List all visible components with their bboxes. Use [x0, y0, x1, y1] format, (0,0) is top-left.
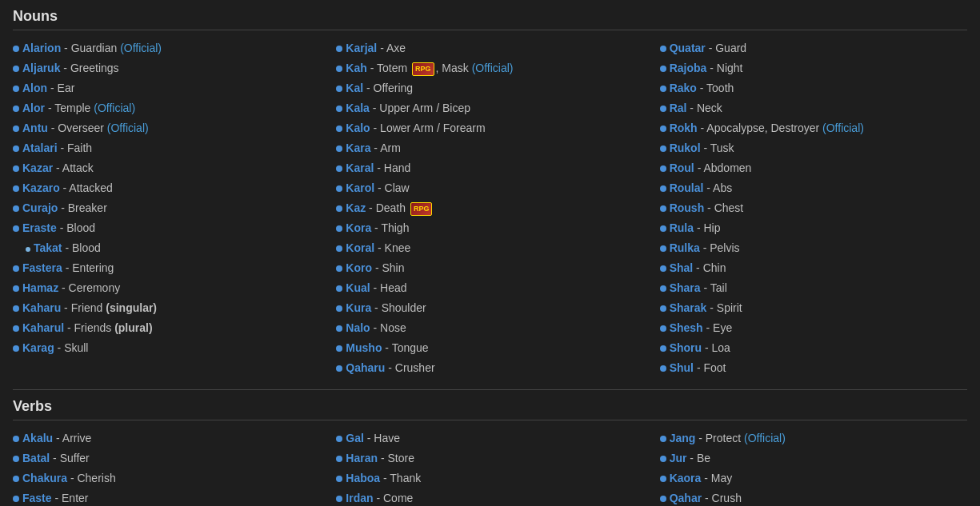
- bullet-icon: [13, 285, 19, 292]
- word-content: Aljaruk - Greetings: [22, 60, 119, 77]
- bullet-icon: [13, 205, 19, 212]
- list-item: Kala - Upper Arm / Bicep: [336, 98, 643, 118]
- list-item: Shara - Tail: [660, 278, 967, 298]
- bullet-icon: [336, 305, 342, 312]
- column-2: Jang - Protect (Official)Jur - BeKaora -…: [660, 428, 967, 506]
- word-term: Sharak: [670, 301, 707, 314]
- official-link[interactable]: (Official): [822, 122, 864, 134]
- word-term: Rula: [670, 221, 694, 234]
- word-content: Haboa - Thank: [346, 470, 421, 487]
- word-definition: - Apocalypse, Destroyer: [698, 122, 822, 134]
- word-definition: - Thank: [380, 472, 421, 484]
- word-definition: - Attack: [53, 161, 94, 174]
- word-term: Qaharu: [346, 361, 385, 374]
- word-term: Haran: [346, 452, 378, 464]
- bullet-icon: [13, 46, 19, 52]
- official-link[interactable]: (Official): [120, 42, 162, 54]
- word-content: Irdan - Come: [346, 490, 413, 506]
- rpg-badge: RPG: [410, 202, 433, 217]
- word-definition: - Ear: [47, 82, 74, 94]
- word-content: Haran - Store: [346, 450, 414, 467]
- list-item: Qahar - Crush: [660, 488, 967, 506]
- word-term: Musho: [346, 341, 382, 354]
- word-term: Koral: [346, 241, 374, 254]
- bullet-icon: [13, 476, 19, 482]
- list-item: Shoru - Loa: [660, 338, 967, 358]
- word-content: Jang - Protect (Official): [670, 430, 786, 447]
- list-item: Fastera - Entering: [13, 258, 320, 278]
- word-term: Nalo: [346, 321, 370, 334]
- bullet-icon: [660, 365, 666, 372]
- bullet-icon: [660, 436, 666, 442]
- word-content: Eraste - Blood: [22, 220, 95, 237]
- word-term: Atalari: [22, 141, 58, 154]
- word-term: Irdan: [346, 492, 373, 504]
- word-content: Gal - Have: [346, 430, 400, 447]
- word-term: Rokh: [670, 122, 698, 134]
- word-definition: - Cherish: [67, 472, 116, 484]
- word-term: Kaharu: [22, 301, 61, 314]
- bullet-icon: [336, 245, 342, 252]
- official-link[interactable]: (Official): [472, 62, 514, 74]
- word-definition: - Blood: [57, 221, 95, 234]
- official-link[interactable]: (Official): [107, 122, 149, 134]
- word-term: Rukol: [670, 141, 701, 154]
- word-definition: - Guardian: [61, 42, 120, 54]
- list-item: Faste - Enter: [13, 488, 320, 506]
- bullet-icon: [660, 126, 666, 132]
- word-term: Roul: [670, 161, 694, 174]
- word-definition: - Offering: [363, 82, 413, 94]
- list-item: Batal - Suffer: [13, 448, 320, 468]
- word-term: Hamaz: [22, 281, 58, 294]
- column-2: Quatar - GuardRajoba - NightRako - Tooth…: [660, 38, 967, 378]
- columns-grid: Alarion - Guardian (Official)Aljaruk - G…: [13, 38, 967, 378]
- bullet-icon: [660, 456, 666, 462]
- official-link[interactable]: (Official): [94, 102, 135, 114]
- word-definition: - Knee: [374, 241, 410, 254]
- word-content: Shara - Tail: [670, 280, 727, 297]
- bullet-icon: [660, 86, 666, 92]
- word-content: Karol - Claw: [346, 180, 409, 197]
- word-definition: - Greetings: [60, 62, 118, 74]
- word-content: Curajo - Breaker: [22, 200, 107, 217]
- word-definition: - Totem: [367, 62, 410, 74]
- list-item: Karag - Skull: [13, 338, 320, 358]
- bullet-icon: [336, 496, 342, 502]
- word-definition: - Attacked: [60, 181, 113, 194]
- word-content: Kara - Arm: [346, 140, 400, 157]
- word-definition: - Death: [366, 201, 409, 214]
- word-term: Shara: [670, 281, 701, 294]
- word-content: Quatar - Guard: [670, 40, 746, 57]
- word-definition: - Eye: [703, 321, 733, 334]
- word-definition: - Tail: [701, 281, 727, 294]
- list-item: Musho - Tongue: [336, 338, 643, 358]
- list-item: Karjal - Axe: [336, 38, 643, 58]
- word-content: Kazaro - Attacked: [22, 180, 113, 197]
- bullet-icon: [13, 66, 19, 72]
- list-item: Kual - Head: [336, 278, 643, 298]
- word-definition: - Pelvis: [700, 241, 740, 254]
- word-content: Rokh - Apocalypse, Destroyer (Official): [670, 120, 864, 137]
- word-content: Shoru - Loa: [670, 340, 730, 357]
- word-term: Kaharul: [22, 321, 64, 334]
- word-content: Qaharu - Crusher: [346, 360, 434, 377]
- list-item: Shal - Chin: [660, 258, 967, 278]
- list-item: Kaharul - Friends (plural): [13, 318, 320, 338]
- app-container: NounsAlarion - Guardian (Official)Aljaru…: [13, 8, 967, 506]
- bullet-icon: [660, 225, 666, 232]
- bullet-icon: [660, 476, 666, 482]
- word-definition: - Night: [706, 62, 742, 74]
- bullet-icon: [660, 345, 666, 352]
- word-term: Kora: [346, 221, 371, 234]
- word-definition: - Claw: [374, 181, 410, 194]
- bullet-icon: [660, 265, 666, 272]
- bullet-icon: [336, 165, 342, 172]
- word-content: Jur - Be: [670, 450, 710, 467]
- official-link[interactable]: (Official): [744, 432, 786, 444]
- word-definition: - Guard: [706, 42, 746, 54]
- bullet-icon: [660, 46, 666, 52]
- word-definition: - Upper Arm / Bicep: [370, 102, 470, 114]
- word-definition: , Mask: [436, 62, 472, 74]
- list-item: Rako - Tooth: [660, 78, 967, 98]
- word-content: Koro - Shin: [346, 260, 404, 277]
